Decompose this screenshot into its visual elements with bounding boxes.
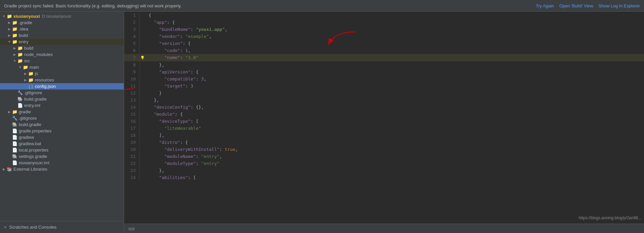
gitignore-entry-label: .gitignore	[24, 90, 42, 95]
line-gutter-22	[139, 160, 146, 167]
line-code-23: },	[146, 167, 644, 174]
tree-item-entry-iml[interactable]: ▶ 📄 entry.iml	[0, 102, 124, 109]
open-build-link[interactable]: Open 'Build' View	[559, 3, 593, 8]
code-line-9: 9 "apiVersion": {	[124, 68, 644, 75]
line-gutter-5	[139, 40, 146, 47]
editor-content[interactable]: 1{2 "app": {3 "bundleName": "youxi.app",…	[124, 12, 644, 224]
code-line-11: 11 "target": 3	[124, 82, 644, 90]
settings-gradle-label: settings.gradle	[19, 154, 47, 159]
entry-iml-label: entry.iml	[24, 103, 40, 108]
line-gutter-10	[139, 75, 146, 82]
tree-item-gradle-properties[interactable]: ▶ 📄 gradle.properties	[0, 128, 124, 134]
tree-item-resources[interactable]: ▶ 📁 resources	[0, 77, 124, 83]
gitignore-entry-icon: 🔧	[17, 90, 23, 95]
line-code-22: "moduleType": "entry"	[146, 160, 644, 167]
tree-item-gradle-hidden[interactable]: ▶ 📁 .gradle	[0, 19, 124, 26]
config-json-icon: { }	[28, 84, 34, 89]
line-code-12: }	[146, 90, 644, 97]
project-root[interactable]: ▼ 📁 xiuxianyouxi D:\xiuxianyouxi	[0, 13, 124, 19]
tree-item-build-root[interactable]: ▶ 📁 build	[0, 32, 124, 39]
code-table: 1{2 "app": {3 "bundleName": "youxi.app",…	[124, 12, 644, 181]
line-code-2: "app": {	[146, 19, 644, 26]
xiuxianyouxi-iml-icon: 📄	[12, 160, 17, 165]
tree-item-js[interactable]: ▶ 📁 js	[0, 70, 124, 77]
tree-item-gradlew[interactable]: ▶ 📄 gradlew	[0, 134, 124, 140]
build-root-icon: 📁	[12, 33, 17, 38]
line-code-5: "version": {	[146, 40, 644, 47]
line-number-15: 15	[124, 111, 139, 118]
tree-item-gitignore-root[interactable]: ▶ 🔧 .gitignore	[0, 115, 124, 121]
code-line-23: 23 },	[124, 167, 644, 174]
tree-item-node-modules[interactable]: ▶ 📁 node_modules	[0, 51, 124, 58]
line-number-12: 12	[124, 90, 139, 97]
gradle-properties-icon: 📄	[12, 128, 17, 133]
gitignore-root-icon: 🔧	[12, 116, 17, 121]
line-number-3: 3	[124, 26, 139, 33]
line-number-4: 4	[124, 33, 139, 40]
tree-item-gradlew-bat[interactable]: ▶ 📄 gradlew.bat	[0, 140, 124, 147]
tree-item-gradle-root[interactable]: ▶ 📁 gradle	[0, 109, 124, 115]
line-number-23: 23	[124, 167, 139, 174]
config-json-label: config.json	[35, 84, 56, 89]
tree-item-entry[interactable]: ▼ 📁 entry	[0, 39, 124, 45]
local-properties-label: local.properties	[19, 148, 48, 153]
entry-iml-icon: 📄	[17, 103, 23, 108]
line-number-14: 14	[124, 104, 139, 111]
line-gutter-21	[139, 153, 146, 160]
gradlew-bat-label: gradlew.bat	[19, 141, 41, 146]
gradle-properties-label: gradle.properties	[19, 128, 52, 133]
line-gutter-3	[139, 26, 146, 33]
src-label: src	[24, 58, 30, 63]
line-gutter-24	[139, 174, 146, 181]
ext-lib-arrow: ▶	[1, 167, 7, 171]
code-line-10: 10 "compatible": 3,	[124, 75, 644, 82]
gradlew-label: gradlew	[19, 135, 34, 140]
build-gradle-root-icon: 🐘	[12, 122, 17, 127]
code-line-14: 14 "deviceConfig": {},	[124, 104, 644, 111]
code-line-2: 2 "app": {	[124, 19, 644, 26]
tree-item-build-gradle-entry[interactable]: ▶ 🐘 build.gradle	[0, 96, 124, 102]
code-line-13: 13 },	[124, 97, 644, 104]
line-number-18: 18	[124, 132, 139, 139]
tree-item-entry-build[interactable]: ▶ 📁 build	[0, 45, 124, 51]
try-again-link[interactable]: Try Again	[536, 3, 554, 8]
code-line-20: 20 "deliveryWithInstall": true,	[124, 146, 644, 153]
line-gutter-12	[139, 90, 146, 97]
build-root-label: build	[19, 33, 28, 38]
status-url: https://blogs.anning.blog/p/2an98...	[576, 215, 644, 221]
line-number-16: 16	[124, 118, 139, 125]
tree-item-idea[interactable]: ▶ 📁 .idea	[0, 26, 124, 32]
ext-lib-label: External Libraries	[13, 167, 47, 172]
tree-item-local-properties[interactable]: ▶ 📄 local.properties	[0, 147, 124, 153]
tree-item-settings-gradle[interactable]: ▶ 🐘 settings.gradle	[0, 153, 124, 160]
file-tree: ▼ 📁 xiuxianyouxi D:\xiuxianyouxi ▶ 📁 .gr…	[0, 12, 124, 221]
build-gradle-entry-icon: 🐘	[17, 97, 23, 102]
line-number-1: 1	[124, 12, 139, 19]
code-line-5: 5 "version": {	[124, 40, 644, 47]
code-line-18: 18 ],	[124, 132, 644, 139]
tree-item-gitignore-entry[interactable]: ▶ 🔧 .gitignore	[0, 90, 124, 96]
code-line-22: 22 "moduleType": "entry"	[124, 160, 644, 167]
js-arrow: ▶	[23, 72, 28, 75]
code-line-21: 21 "moduleName": "entry",	[124, 153, 644, 160]
notification-actions: Try Again Open 'Build' View Show Log in …	[536, 3, 640, 8]
tree-item-build-gradle-root[interactable]: ▶ 🐘 build.gradle	[0, 121, 124, 128]
tree-item-external-libraries[interactable]: ▶ 📚 External Libraries	[0, 166, 124, 172]
tree-item-xiuxianyouxi-iml[interactable]: ▶ 📄 xiuxianyouxi.iml	[0, 160, 124, 166]
tree-item-config-json[interactable]: ▶ { } config.json	[0, 83, 124, 90]
scratches-and-consoles[interactable]: ≡ Scratches and Consoles	[0, 221, 124, 233]
code-line-19: 19 "distro": {	[124, 139, 644, 146]
tree-item-src[interactable]: ▼ 📁 src	[0, 58, 124, 64]
main-arrow: ▼	[17, 65, 23, 69]
line-code-24: "abilities": [	[146, 174, 644, 181]
code-line-12: 12 }	[124, 90, 644, 97]
gradle-root-label: gradle	[19, 109, 31, 114]
tree-item-main[interactable]: ▼ 📁 main	[0, 64, 124, 70]
bulb-icon[interactable]: 💡	[140, 56, 145, 60]
line-code-3: "bundleName": "youxi.app",	[146, 26, 644, 33]
node-modules-icon: 📁	[17, 52, 23, 57]
show-log-link[interactable]: Show Log in Explorer	[598, 3, 640, 8]
line-gutter-17	[139, 125, 146, 132]
line-code-1: {	[146, 12, 644, 19]
entry-build-label: build	[24, 46, 33, 51]
